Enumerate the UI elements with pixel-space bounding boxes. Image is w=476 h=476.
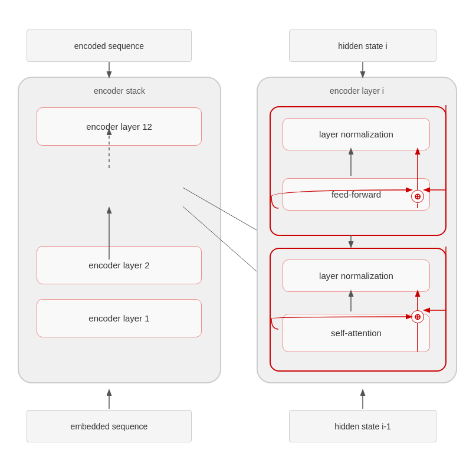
hidden-state-i-label: hidden state i (289, 29, 436, 62)
embedded-sequence-label: embedded sequence (27, 410, 192, 442)
encoder-layer-12-box: encoder layer 12 (37, 107, 202, 146)
hidden-state-i1-label: hidden state i-1 (289, 410, 436, 442)
bottom-sublayer-group: layer normalization self-attention (270, 248, 447, 372)
top-sublayer-group: layer normalization feed-forward (270, 106, 447, 236)
plus-circle-bottom: ⊕ (411, 310, 424, 323)
plus-circle-top: ⊕ (411, 190, 424, 203)
encoded-sequence-label: encoded sequence (27, 29, 192, 62)
layer-norm-bottom-box: layer normalization (283, 260, 430, 292)
encoder-layer-i-panel: encoder layer i layer normalization feed… (257, 77, 457, 383)
encoder-stack-panel: encoder stack encoder layer 12 encoder l… (18, 77, 221, 383)
layer-norm-top-box: layer normalization (283, 118, 430, 150)
canvas: encoded sequence hidden state i embedded… (0, 0, 476, 476)
encoder-layer-i-title: encoder layer i (330, 86, 384, 96)
self-attention-box: self-attention (283, 314, 430, 352)
feed-forward-box: feed-forward (283, 178, 430, 211)
encoder-stack-title: encoder stack (94, 86, 145, 96)
encoder-layer-1-box: encoder layer 1 (37, 299, 202, 337)
encoder-layer-2-box: encoder layer 2 (37, 246, 202, 284)
